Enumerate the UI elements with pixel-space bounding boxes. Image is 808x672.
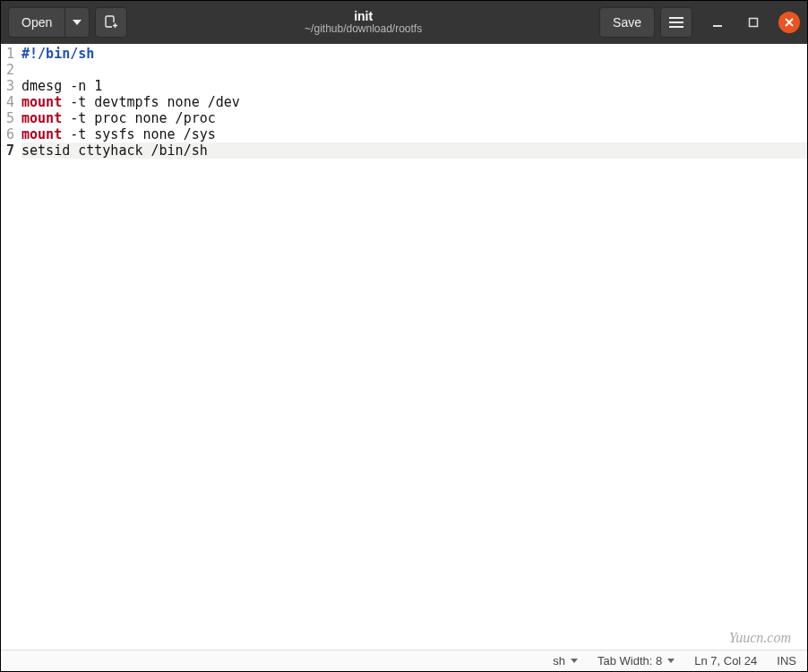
open-dropdown-button[interactable]: [64, 7, 90, 38]
code-line[interactable]: setsid cttyhack /bin/sh: [21, 142, 807, 159]
titlebar: Open init ~/github/download/rootfs Save: [1, 1, 807, 44]
maximize-button[interactable]: [743, 12, 764, 33]
new-document-icon: [104, 15, 118, 30]
minimize-icon: [712, 17, 723, 28]
open-button-group: Open: [8, 7, 90, 38]
tab-width-selector[interactable]: Tab Width: 8: [597, 654, 675, 668]
hamburger-menu-button[interactable]: [660, 7, 692, 38]
line-number: 5: [6, 110, 14, 126]
minimize-button[interactable]: [707, 12, 728, 33]
chevron-down-icon: [73, 20, 82, 25]
close-button[interactable]: [778, 12, 800, 33]
document-title: init: [354, 10, 373, 23]
svg-rect-3: [669, 22, 683, 23]
code-line[interactable]: #!/bin/sh: [21, 46, 94, 62]
tab-width-label: Tab Width: 8: [597, 654, 662, 668]
line-number: 1: [6, 46, 14, 62]
line-number: 4: [6, 94, 14, 110]
svg-rect-2: [669, 17, 683, 19]
document-path: ~/github/download/rootfs: [305, 23, 422, 35]
svg-rect-6: [750, 19, 758, 27]
language-label: sh: [553, 654, 565, 668]
open-button-label: Open: [21, 15, 52, 30]
hamburger-icon: [669, 17, 683, 28]
language-selector[interactable]: sh: [553, 654, 578, 668]
code-content[interactable]: #!/bin/sh dmesg -n 1 mount -t devtmpfs n…: [18, 44, 807, 650]
insert-mode-indicator[interactable]: INS: [777, 654, 796, 668]
new-tab-button[interactable]: [95, 7, 127, 38]
title-block: init ~/github/download/rootfs: [133, 10, 594, 36]
svg-rect-5: [713, 25, 722, 27]
line-number-gutter: 1234567: [1, 44, 18, 650]
maximize-icon: [748, 17, 759, 28]
code-line[interactable]: [21, 62, 30, 78]
save-button[interactable]: Save: [599, 7, 655, 38]
line-number: 2: [6, 62, 14, 78]
insert-mode-label: INS: [777, 654, 796, 668]
cursor-position[interactable]: Ln 7, Col 24: [694, 654, 757, 668]
code-line[interactable]: mount -t proc none /proc: [21, 110, 216, 126]
cursor-position-label: Ln 7, Col 24: [694, 654, 757, 668]
open-button[interactable]: Open: [8, 7, 64, 38]
line-number: 6: [6, 126, 14, 142]
svg-rect-4: [669, 26, 683, 28]
code-line[interactable]: mount -t devtmpfs none /dev: [21, 94, 240, 110]
statusbar: sh Tab Width: 8 Ln 7, Col 24 INS: [1, 650, 807, 671]
line-number: 3: [6, 78, 14, 94]
save-button-label: Save: [613, 15, 641, 30]
editor-area[interactable]: 1234567 #!/bin/sh dmesg -n 1 mount -t de…: [1, 44, 807, 650]
code-line[interactable]: mount -t sysfs none /sys: [21, 126, 216, 142]
code-line[interactable]: dmesg -n 1: [21, 78, 102, 94]
close-icon: [784, 17, 795, 28]
line-number: 7: [6, 142, 14, 159]
